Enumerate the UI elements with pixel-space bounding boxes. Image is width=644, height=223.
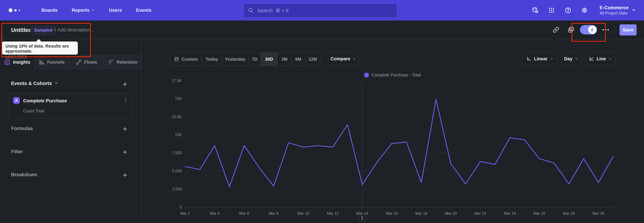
svg-text:12.5K: 12.5K xyxy=(172,115,182,119)
chevron-down-icon xyxy=(91,8,95,13)
section-filter[interactable]: Filter xyxy=(11,149,23,154)
help-icon[interactable] xyxy=(564,7,572,14)
events-cohorts-header[interactable]: Events & Cohorts xyxy=(11,81,58,86)
svg-text:Mar 24: Mar 24 xyxy=(504,211,516,215)
chart-type-selector[interactable]: Line xyxy=(585,52,616,65)
svg-text:0: 0 xyxy=(180,205,182,209)
section-formulas[interactable]: Formulas xyxy=(11,126,33,131)
chevron-down-icon xyxy=(353,57,356,61)
data-management-icon[interactable] xyxy=(532,7,539,14)
range-today[interactable]: Today xyxy=(202,53,222,66)
report-title[interactable]: Untitled xyxy=(11,27,32,33)
flows-icon xyxy=(76,59,82,65)
range-6m[interactable]: 6M xyxy=(291,53,305,66)
event-letter-badge: A xyxy=(13,97,20,104)
global-search[interactable] xyxy=(244,4,397,18)
line-chart-icon xyxy=(589,56,594,61)
nav-items: Boards Reports Users Events xyxy=(34,0,158,21)
range-30d[interactable]: 30D xyxy=(260,53,277,66)
funnels-icon xyxy=(38,59,45,65)
range-3m[interactable]: 3M xyxy=(277,53,291,66)
add-breakdown-button[interactable]: + xyxy=(121,171,129,179)
svg-text:Mar 22: Mar 22 xyxy=(474,211,486,215)
line-chart-canvas[interactable]: 02,5005,0007,50010K12.5K15K17.5KMar 2Mar… xyxy=(166,77,624,223)
svg-text:Mar 20: Mar 20 xyxy=(445,211,457,215)
range-custom[interactable]: Custom xyxy=(170,53,202,66)
scale-selector[interactable]: Linear xyxy=(522,52,558,65)
add-event-button[interactable]: + xyxy=(121,80,129,88)
svg-text:Mar 28: Mar 28 xyxy=(563,211,575,215)
svg-text:Mar 26: Mar 26 xyxy=(533,211,546,215)
tooltip-text: Using 10% of data. Results are approxima… xyxy=(5,44,74,54)
settings-gear-icon[interactable] xyxy=(581,7,588,14)
chevron-down-icon xyxy=(632,8,636,13)
svg-text:7,500: 7,500 xyxy=(172,151,182,155)
nav-item-users[interactable]: Users xyxy=(102,0,129,21)
event-options-icon[interactable]: ⋮ xyxy=(123,97,129,104)
lightning-bolt-icon xyxy=(590,27,595,32)
event-metric[interactable]: Count Total xyxy=(23,108,44,114)
event-name[interactable]: Complete Purchase xyxy=(23,98,67,103)
calendar-icon xyxy=(174,56,179,62)
chevron-down-icon xyxy=(608,57,612,61)
tab-retention[interactable]: Retention xyxy=(104,55,142,69)
svg-text:Mar 10: Mar 10 xyxy=(297,211,309,215)
save-button[interactable]: Save xyxy=(620,24,636,36)
search-input[interactable] xyxy=(257,8,375,14)
nav-item-events[interactable]: Events xyxy=(129,0,158,21)
add-to-board-icon[interactable] xyxy=(566,25,576,34)
insights-icon xyxy=(4,59,10,66)
add-filter-button[interactable]: + xyxy=(121,148,129,156)
learn-more-link[interactable]: Learn More xyxy=(5,54,27,59)
toolbar-divider xyxy=(614,25,615,35)
nav-item-boards[interactable]: Boards xyxy=(34,0,64,21)
more-options-button[interactable]: ••• xyxy=(602,27,610,33)
date-range-control: Custom Today Yesterday 7D 30D 3M 6M 12M xyxy=(170,52,321,66)
svg-text:Mar 30: Mar 30 xyxy=(592,211,604,215)
search-icon xyxy=(248,8,254,14)
retention-icon xyxy=(108,59,114,65)
svg-text:Mar 16: Mar 16 xyxy=(386,211,398,215)
project-scope: All Project Data xyxy=(600,11,628,16)
insights-report-page: Boards Reports Users Events xyxy=(0,0,644,223)
nav-right: E-Commerce All Project Data xyxy=(532,0,644,21)
range-7d[interactable]: 7D xyxy=(248,53,260,66)
sampling-tooltip: Using 10% of data. Results are approxima… xyxy=(2,42,78,55)
sampled-badge[interactable]: Sampled xyxy=(30,26,56,35)
svg-text:15K: 15K xyxy=(175,96,182,101)
compare-button[interactable]: Compare xyxy=(328,52,359,65)
add-description[interactable]: + Add description... xyxy=(54,27,94,33)
chevron-down-icon xyxy=(575,57,578,61)
section-breakdown[interactable]: Breakdown xyxy=(11,172,37,177)
project-name: E-Commerce xyxy=(600,5,628,11)
svg-text:Mar 18: Mar 18 xyxy=(415,211,427,215)
svg-text:Mar 6: Mar 6 xyxy=(239,211,249,215)
range-yesterday[interactable]: Yesterday xyxy=(222,53,248,66)
svg-text:Mar 4: Mar 4 xyxy=(210,211,220,215)
nav-item-reports[interactable]: Reports xyxy=(64,0,102,21)
tooltip-arrow xyxy=(36,39,42,42)
interval-selector[interactable]: Day xyxy=(562,52,581,65)
project-selector[interactable]: E-Commerce All Project Data xyxy=(600,5,636,16)
chevron-down-icon xyxy=(550,57,554,61)
svg-text:Mar 12: Mar 12 xyxy=(327,211,339,215)
add-formula-button[interactable]: + xyxy=(121,125,129,133)
apps-grid-icon[interactable] xyxy=(548,7,555,14)
top-nav: Boards Reports Users Events xyxy=(0,0,644,21)
svg-text:Mar 2: Mar 2 xyxy=(180,211,190,215)
mixpanel-logo-icon[interactable] xyxy=(9,9,20,12)
copy-link-icon[interactable] xyxy=(552,25,560,34)
event-card-complete-purchase[interactable]: A Complete Purchase ⋮ Count Total xyxy=(9,93,133,119)
range-12m[interactable]: 12M xyxy=(305,53,320,66)
svg-text:17.5K: 17.5K xyxy=(172,78,182,83)
pagination-page-1[interactable]: 1 xyxy=(358,214,366,221)
svg-text:Mar 8: Mar 8 xyxy=(269,211,279,215)
chevron-down-icon xyxy=(54,81,58,86)
axis-icon xyxy=(526,56,532,61)
header-divider xyxy=(0,39,644,40)
svg-text:10K: 10K xyxy=(175,133,182,137)
sampling-toggle[interactable] xyxy=(580,25,597,34)
svg-text:5,000: 5,000 xyxy=(172,169,182,173)
svg-text:2,500: 2,500 xyxy=(172,187,182,191)
